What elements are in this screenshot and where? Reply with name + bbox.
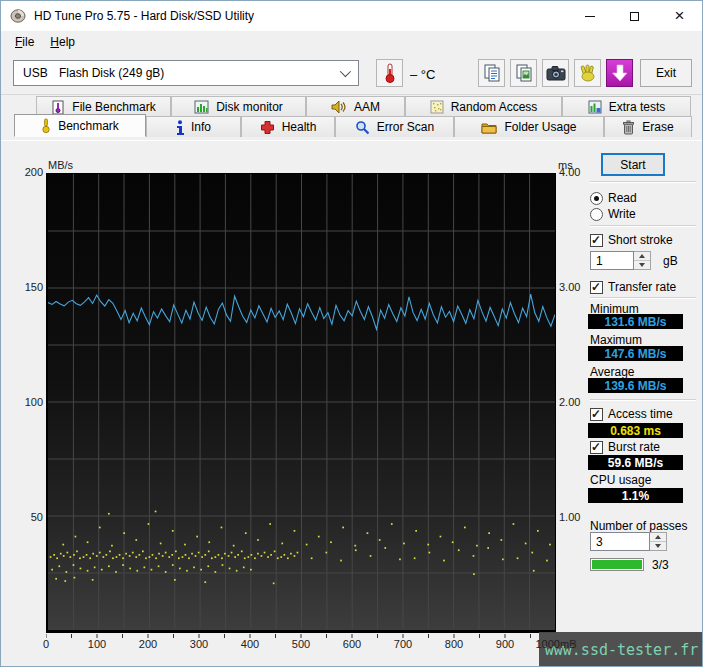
maximum-label: Maximum xyxy=(590,333,642,347)
write-radio[interactable]: Write xyxy=(590,207,636,221)
drive-select-dropdown[interactable]: USB Flash Disk (249 gB) xyxy=(13,60,359,86)
minimize-icon xyxy=(585,16,595,17)
tab-label: Extra tests xyxy=(609,100,666,114)
tab-folder-usage[interactable]: Folder Usage xyxy=(454,116,604,137)
menu-help[interactable]: Help xyxy=(42,33,83,51)
axis-tick-label: 1000mB xyxy=(534,638,578,650)
menu-bar: FileHelp xyxy=(1,31,702,53)
copy-image-button[interactable] xyxy=(510,59,537,87)
average-value: 139.6 MB/s xyxy=(588,378,683,393)
tab-label: Random Access xyxy=(451,100,538,114)
tab-random-access[interactable]: Random Access xyxy=(405,96,562,117)
tab-label: AAM xyxy=(354,100,380,114)
down-arrow-icon xyxy=(655,544,661,548)
tab-info[interactable]: Info xyxy=(146,116,241,137)
health-icon xyxy=(260,120,275,135)
chart-plot-area xyxy=(48,174,555,630)
access-time-checkbox[interactable]: Access time xyxy=(590,407,673,421)
donate-button[interactable] xyxy=(574,59,601,87)
tab-label: Info xyxy=(191,120,211,134)
maximum-value: 147.6 MB/s xyxy=(588,346,683,361)
checkbox-icon xyxy=(590,441,603,454)
file-benchmark-icon xyxy=(51,100,65,115)
tab-error-scan[interactable]: Error Scan xyxy=(335,116,454,137)
separator xyxy=(590,225,696,227)
spinner-value[interactable]: 3 xyxy=(590,532,650,551)
disk-monitor-icon xyxy=(194,100,209,114)
copy-text-button[interactable] xyxy=(478,59,505,87)
thermometer-icon xyxy=(381,62,399,84)
burst-rate-checkbox[interactable]: Burst rate xyxy=(590,440,660,454)
aam-speaker-icon xyxy=(331,100,347,114)
tab-label: Disk monitor xyxy=(216,100,283,114)
extra-tests-icon xyxy=(588,100,602,114)
tab-label: Benchmark xyxy=(58,119,119,133)
benchmark-icon xyxy=(41,118,51,134)
title-bar: HD Tune Pro 5.75 - Hard Disk/SSD Utility… xyxy=(1,1,702,31)
passes-spinner[interactable]: 3 xyxy=(590,532,667,551)
short-stroke-checkbox[interactable]: Short stroke xyxy=(590,233,673,247)
axis-tick-label: 1.00 xyxy=(559,511,595,523)
info-icon xyxy=(176,120,184,135)
control-panel: Start Read Write Short stroke 1 gB Trans… xyxy=(586,151,701,621)
random-access-icon xyxy=(430,100,444,114)
save-results-button[interactable] xyxy=(606,59,633,87)
burst-rate-value: 59.6 MB/s xyxy=(588,455,683,470)
window-title: HD Tune Pro 5.75 - Hard Disk/SSD Utility xyxy=(34,9,254,23)
read-radio[interactable]: Read xyxy=(590,191,637,205)
menu-file[interactable]: File xyxy=(7,33,42,51)
tab-label: Folder Usage xyxy=(504,120,576,134)
read-label: Read xyxy=(608,191,637,205)
up-arrow-icon xyxy=(639,254,645,258)
tab-erase[interactable]: Erase xyxy=(604,116,692,137)
folder-usage-icon xyxy=(481,121,497,134)
screenshot-camera-icon xyxy=(546,65,566,81)
spinner-value[interactable]: 1 xyxy=(590,251,634,270)
spinner-down-button[interactable] xyxy=(634,261,650,269)
start-button[interactable]: Start xyxy=(601,153,665,176)
radio-icon xyxy=(590,192,603,205)
tab-disk-monitor[interactable]: Disk monitor xyxy=(171,96,306,117)
axis-tick-label: 800 xyxy=(432,638,476,650)
radio-icon xyxy=(590,208,603,221)
up-arrow-icon xyxy=(655,535,661,539)
cpu-usage-label: CPU usage xyxy=(590,473,651,487)
copy-image-icon xyxy=(514,63,534,83)
spinner-up-button[interactable] xyxy=(634,252,650,261)
temperature-button[interactable] xyxy=(376,59,403,87)
axis-tick-label: 0 xyxy=(24,638,68,650)
start-label: Start xyxy=(620,158,645,172)
tab-aam[interactable]: AAM xyxy=(306,96,405,117)
cpu-usage-value: 1.1% xyxy=(588,488,683,503)
chevron-down-icon xyxy=(340,66,351,77)
axis-tick-label: 50 xyxy=(13,511,43,523)
copy-text-icon xyxy=(482,63,502,83)
short-stroke-size-spinner[interactable]: 1 gB xyxy=(590,251,678,270)
erase-icon xyxy=(622,120,635,135)
error-scan-icon xyxy=(355,120,370,135)
minimum-value: 131.6 MB/s xyxy=(588,314,683,329)
spinner-down-button[interactable] xyxy=(650,542,666,550)
exit-label: Exit xyxy=(656,66,676,80)
axis-tick-label: 4.00 xyxy=(559,166,595,178)
toolbar: USB Flash Disk (249 gB) – °C xyxy=(1,53,702,95)
transfer-rate-checkbox[interactable]: Transfer rate xyxy=(590,280,676,294)
access-time-label: Access time xyxy=(608,407,673,421)
spinner-up-button[interactable] xyxy=(650,533,666,542)
screenshot-button[interactable] xyxy=(542,59,569,87)
maximize-button[interactable] xyxy=(612,1,657,31)
minimize-button[interactable] xyxy=(567,1,612,31)
donate-hand-icon xyxy=(578,63,598,83)
passes-label: Number of passes xyxy=(590,519,687,533)
tab-extra-tests[interactable]: Extra tests xyxy=(562,96,691,117)
save-download-icon xyxy=(612,64,628,82)
exit-button[interactable]: Exit xyxy=(640,59,692,87)
tab-benchmark[interactable]: Benchmark xyxy=(14,114,146,137)
write-label: Write xyxy=(608,207,636,221)
app-window: HD Tune Pro 5.75 - Hard Disk/SSD Utility… xyxy=(0,0,703,667)
axis-tick-label: 900 xyxy=(483,638,527,650)
tab-health[interactable]: Health xyxy=(241,116,335,137)
close-button[interactable]: × xyxy=(657,1,702,31)
separator xyxy=(590,181,696,183)
app-logo-icon xyxy=(10,8,26,24)
